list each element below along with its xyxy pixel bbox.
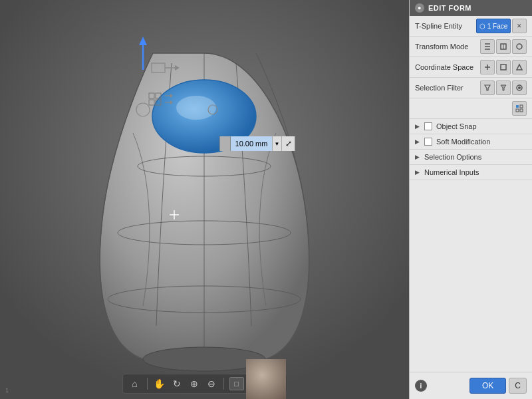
svg-text:1: 1 xyxy=(5,387,9,394)
coord-btn-2[interactable] xyxy=(496,60,511,74)
svg-rect-36 xyxy=(516,105,519,108)
transform-mode-buttons xyxy=(480,39,527,54)
pan-icon[interactable]: ✋ xyxy=(153,377,166,390)
svg-point-35 xyxy=(518,86,521,89)
panel-header-icon: ● xyxy=(415,3,424,13)
edit-form-panel: ● EDIT FORM T-Spline Entity ⬡1 Face ✕ Tr… xyxy=(409,0,532,399)
face-button[interactable]: ⬡1 Face xyxy=(476,19,511,33)
extra-icon-row xyxy=(410,98,532,119)
dim-value[interactable]: 10.00 mm xyxy=(231,136,272,151)
display-mode-btn[interactable]: □ xyxy=(229,377,244,390)
transform-mode-row: Transform Mode xyxy=(410,37,532,57)
filter-btn-3[interactable] xyxy=(512,80,527,95)
home-icon[interactable]: ⌂ xyxy=(128,377,142,390)
ok-button[interactable]: OK xyxy=(469,378,506,394)
selection-filter-buttons xyxy=(480,80,527,95)
selection-opts-arrow: ▶ xyxy=(415,154,422,160)
transform-mode-label: Transform Mode xyxy=(415,43,480,51)
svg-point-29 xyxy=(517,44,522,49)
info-button[interactable]: i xyxy=(415,380,427,392)
separator2 xyxy=(223,378,224,390)
soft-modification-section[interactable]: ▶ Soft Modification xyxy=(410,134,532,150)
selection-options-section[interactable]: ▶ Selection Options xyxy=(410,150,532,165)
svg-marker-33 xyxy=(517,65,522,70)
zoom-in-icon[interactable]: ⊕ xyxy=(188,377,201,390)
filter-btn-1[interactable] xyxy=(480,80,495,95)
svg-point-5 xyxy=(176,96,216,120)
t-spline-buttons: ⬡1 Face ✕ xyxy=(476,19,527,33)
transform-btn-2[interactable] xyxy=(496,39,511,54)
filter-btn-2[interactable] xyxy=(496,80,511,95)
transform-btn-1[interactable] xyxy=(480,39,495,54)
panel-bottom-bar: i OK C xyxy=(410,372,532,399)
cancel-button[interactable]: C xyxy=(509,378,527,394)
numerical-inputs-label: Numerical Inputs xyxy=(424,168,479,176)
coord-btn-3[interactable] xyxy=(512,60,527,74)
object-snap-section[interactable]: ▶ Object Snap xyxy=(410,119,532,134)
svg-rect-32 xyxy=(501,65,506,70)
selection-filter-label: Selection Filter xyxy=(415,84,480,92)
coordinate-space-label: Coordinate Space xyxy=(415,63,480,71)
svg-rect-38 xyxy=(516,109,519,112)
t-spline-label: T-Spline Entity xyxy=(415,22,476,30)
transform-btn-3[interactable] xyxy=(512,39,527,54)
object-snap-checkbox[interactable] xyxy=(424,122,432,130)
zoom-out-icon[interactable]: ⊖ xyxy=(205,377,218,390)
selection-opts-label: Selection Options xyxy=(424,153,481,161)
dimension-input[interactable]: 10.00 mm ▼ ⤢ xyxy=(219,136,295,151)
object-snap-label: Object Snap xyxy=(436,122,477,130)
orbit-icon[interactable]: ↻ xyxy=(170,377,184,390)
panel-header-title: EDIT FORM xyxy=(428,4,471,12)
close-entity-button[interactable]: ✕ xyxy=(512,19,527,33)
selection-filter-row: Selection Filter xyxy=(410,78,532,98)
panel-header: ● EDIT FORM xyxy=(410,0,532,16)
svg-rect-37 xyxy=(520,105,523,108)
dim-label xyxy=(220,136,231,151)
soft-mod-label: Soft Modification xyxy=(436,138,490,146)
t-spline-entity-row: T-Spline Entity ⬡1 Face ✕ xyxy=(410,16,532,37)
dim-dropdown[interactable]: ▼ xyxy=(272,136,281,151)
coordinate-space-row: Coordinate Space xyxy=(410,57,532,78)
3d-viewport[interactable]: 1 10.00 mm ▼ ⤢ ⌂ ✋ ↻ ⊕ ⊖ □ ⊞ ▦ xyxy=(0,0,409,399)
object-snap-arrow: ▶ xyxy=(415,123,422,130)
soft-mod-arrow: ▶ xyxy=(415,138,422,145)
video-thumbnail xyxy=(246,359,286,399)
numerical-inputs-section[interactable]: ▶ Numerical Inputs xyxy=(410,165,532,180)
viewport-svg: 1 xyxy=(0,0,409,399)
dim-expand-icon[interactable]: ⤢ xyxy=(281,136,295,151)
numerical-inputs-arrow: ▶ xyxy=(415,169,422,176)
coord-btn-1[interactable] xyxy=(480,60,495,74)
coordinate-space-buttons xyxy=(480,60,527,74)
svg-rect-39 xyxy=(520,109,523,112)
soft-mod-checkbox[interactable] xyxy=(424,138,432,146)
extra-icon-btn[interactable] xyxy=(512,101,527,116)
separator xyxy=(147,378,148,390)
